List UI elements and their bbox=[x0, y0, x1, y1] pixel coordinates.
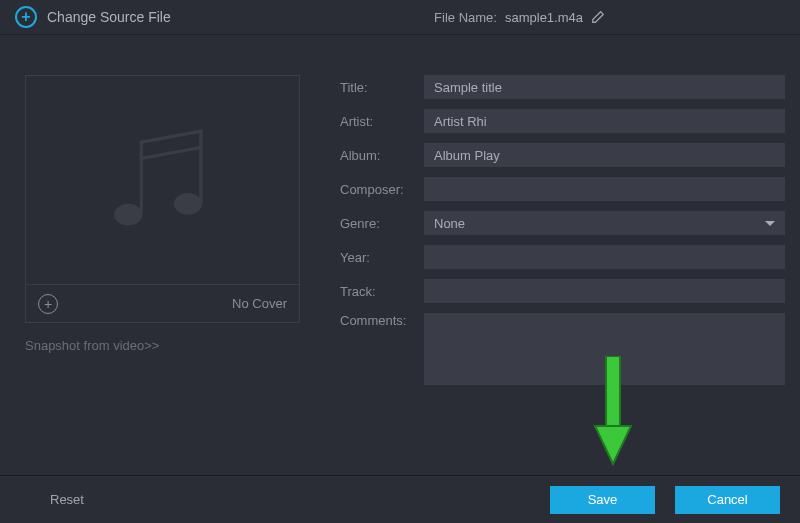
footer: Reset Save Cancel bbox=[0, 475, 800, 523]
year-label: Year: bbox=[340, 250, 412, 265]
music-note-icon bbox=[98, 115, 228, 245]
artist-input[interactable] bbox=[424, 109, 785, 133]
save-button[interactable]: Save bbox=[550, 486, 655, 514]
edit-pencil-icon[interactable] bbox=[591, 10, 605, 24]
file-name-label: File Name: bbox=[434, 10, 497, 25]
header: Change Source File File Name: sample1.m4… bbox=[0, 0, 800, 35]
add-cover-icon[interactable] bbox=[38, 294, 58, 314]
reset-button[interactable]: Reset bbox=[50, 492, 84, 507]
cover-toolbar: No Cover bbox=[25, 285, 300, 323]
album-input[interactable] bbox=[424, 143, 785, 167]
album-label: Album: bbox=[340, 148, 412, 163]
cancel-button[interactable]: Cancel bbox=[675, 486, 780, 514]
change-source-label: Change Source File bbox=[47, 9, 171, 25]
genre-label: Genre: bbox=[340, 216, 412, 231]
artist-label: Artist: bbox=[340, 114, 412, 129]
composer-input[interactable] bbox=[424, 177, 785, 201]
metadata-form: Title: Artist: Album: Composer: Genre: N… bbox=[340, 75, 785, 395]
change-source-file-button[interactable]: Change Source File bbox=[15, 6, 171, 28]
no-cover-label: No Cover bbox=[232, 296, 287, 311]
title-label: Title: bbox=[340, 80, 412, 95]
content-area: No Cover Snapshot from video>> Title: Ar… bbox=[0, 35, 800, 395]
svg-point-0 bbox=[114, 204, 142, 226]
composer-label: Composer: bbox=[340, 182, 412, 197]
track-label: Track: bbox=[340, 284, 412, 299]
chevron-down-icon bbox=[765, 221, 775, 226]
file-name-value: sample1.m4a bbox=[505, 10, 583, 25]
track-input[interactable] bbox=[424, 279, 785, 303]
svg-point-1 bbox=[173, 193, 201, 215]
comments-textarea[interactable] bbox=[424, 313, 785, 385]
title-input[interactable] bbox=[424, 75, 785, 99]
snapshot-from-video-link[interactable]: Snapshot from video>> bbox=[25, 338, 300, 353]
file-name-display: File Name: sample1.m4a bbox=[434, 10, 605, 25]
year-input[interactable] bbox=[424, 245, 785, 269]
genre-select[interactable]: None bbox=[424, 211, 785, 235]
plus-circle-icon bbox=[15, 6, 37, 28]
cover-panel: No Cover Snapshot from video>> bbox=[25, 75, 300, 395]
genre-value: None bbox=[434, 216, 465, 231]
comments-label: Comments: bbox=[340, 313, 412, 328]
svg-marker-3 bbox=[595, 426, 631, 464]
cover-preview bbox=[25, 75, 300, 285]
